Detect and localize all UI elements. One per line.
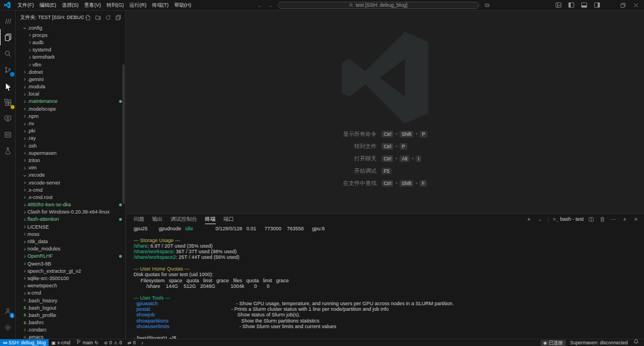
tree-folder-.triton[interactable]: ›.triton [16, 157, 125, 164]
menu-帮助H[interactable]: 帮助(H) [172, 0, 195, 11]
panel-tab-终端[interactable]: 终端 [205, 214, 216, 224]
tree-folder-audb[interactable]: ›audb [16, 39, 125, 46]
menu-文件F[interactable]: 文件(F) [15, 0, 37, 11]
tree-folder-OpenRLHF[interactable]: ›OpenRLHF [16, 253, 125, 260]
forward-button[interactable]: → [268, 0, 273, 11]
menu-转到G[interactable]: 转到(G) [104, 0, 127, 11]
activity-source-control[interactable] [0, 61, 16, 78]
menu-选择S[interactable]: 选择(S) [59, 0, 82, 11]
tree-folder-4850hz-kws-se-dka[interactable]: ›4850hz-kws-se-dka [16, 201, 125, 208]
tree-folder-.modelscope[interactable]: ›.modelscope [16, 105, 125, 112]
toggle-sidebar-icon[interactable] [567, 1, 575, 9]
tree-folder-.vscode-server[interactable]: ›.vscode-server [16, 179, 125, 186]
activity-search[interactable] [0, 45, 16, 61]
tree-folder-x-cmd[interactable]: ›x-cmd [16, 290, 125, 297]
activity-run-debug[interactable] [0, 78, 16, 94]
activity-extensions[interactable] [0, 94, 16, 110]
tree-folder-node_modules[interactable]: ›node_modules [16, 245, 125, 253]
status-notifications[interactable] [631, 339, 642, 346]
tree-folder-.ssh[interactable]: ›.ssh [16, 142, 125, 149]
close-panel-icon[interactable]: × [632, 216, 640, 223]
tree-file-.bashrc[interactable]: $.bashrc [16, 319, 125, 326]
menu-编辑E[interactable]: 编辑(E) [37, 0, 59, 11]
menu-查看V[interactable]: 查看(V) [82, 0, 104, 11]
window-restore-button[interactable] [619, 1, 627, 9]
tree-folder-vllm[interactable]: ›vllm [16, 61, 125, 68]
sidebar-scrollbar[interactable] [122, 64, 125, 204]
activity-explorer[interactable] [0, 29, 16, 45]
command-center-search[interactable]: test [SSH: debug_blog] [278, 2, 479, 9]
status-remote[interactable]: ><SSH: debug_blog [0, 339, 49, 346]
tree-folder-.gemini[interactable]: ›.gemini [16, 75, 125, 83]
tree-folder-procps[interactable]: ›procps [16, 31, 125, 39]
tree-folder-Clash for Windows-0.20.39-x64-linux[interactable]: ›Clash for Windows-0.20.39-x64-linux [16, 208, 125, 216]
panel-tab-端口[interactable]: 端口 [224, 214, 234, 224]
menu-终端T[interactable]: 终端(T) [149, 0, 172, 11]
tree-folder-flash-attention[interactable]: ›flash-attention [16, 216, 125, 223]
status-ports[interactable]: ⇄0 [125, 339, 138, 346]
activity-remote-explorer[interactable] [0, 110, 16, 126]
tree-folder-LICENSE[interactable]: ›LICENSE [16, 223, 125, 230]
tree-file-.bash_logout[interactable]: $.bash_logout [16, 304, 125, 311]
panel-tab-调试控制台[interactable]: 调试控制台 [171, 214, 197, 224]
activity-testing[interactable] [0, 143, 16, 159]
tree-folder-.modula[interactable]: ›.modula [16, 83, 125, 91]
explorer-section-header[interactable]: 文件夹: TEST [SSH: DEBUG_BLOG] [16, 11, 125, 24]
status-connection[interactable]: ◉已连接 [541, 340, 566, 346]
menu-运行R[interactable]: 运行(R) [127, 0, 150, 11]
tree-folder-.ray[interactable]: ›.ray [16, 135, 125, 142]
refresh-icon[interactable] [104, 13, 112, 21]
split-terminal-icon[interactable] [588, 216, 595, 223]
tree-folder-.maintenance[interactable]: ›.maintenance [16, 98, 125, 105]
status-x-cmd[interactable]: ▣x-cmd [49, 339, 73, 346]
tree-folder-speech_extractor_gt_v2[interactable]: ›speech_extractor_gt_v2 [16, 267, 125, 274]
status-supermaven-status[interactable]: Supermaven: disconnected [567, 339, 631, 346]
status-branch[interactable]: main↻ [73, 339, 101, 346]
terminal-tab[interactable]: >_ bash - test [553, 216, 584, 222]
tree-file-.condarc[interactable]: !.condarc [16, 326, 125, 334]
tree-folder-.pki[interactable]: ›.pki [16, 127, 125, 135]
panel-tab-问题[interactable]: 问题 [134, 214, 144, 224]
activity-supermaven[interactable] [0, 13, 16, 29]
toggle-secondary-sidebar-icon[interactable] [593, 1, 601, 9]
new-terminal-icon[interactable]: + [525, 216, 533, 223]
activity-settings[interactable] [0, 319, 16, 335]
activity-containers[interactable] [0, 126, 16, 143]
more-actions-icon[interactable]: ⋯ [610, 216, 617, 223]
new-folder-icon[interactable] [94, 13, 102, 21]
tree-folder-.npm[interactable]: ›.npm [16, 112, 125, 120]
customize-layout-icon[interactable] [555, 1, 562, 9]
tree-folder-Qwen3-8B[interactable]: ›Qwen3-8B [16, 260, 125, 267]
back-button[interactable]: ← [258, 0, 263, 11]
terminal-output[interactable]: gpu25 gpudnode idle 0/128/0/128 0.01 773… [126, 224, 644, 339]
tree-folder-wenetspeech[interactable]: ›wenetspeech [16, 282, 125, 290]
tree-folder-.config[interactable]: ›.config [16, 24, 125, 31]
tree-folder-nltk_data[interactable]: ›nltk_data [16, 238, 125, 245]
tree-file-.bash_profile[interactable]: $.bash_profile [16, 311, 125, 319]
tree-file-.emacs[interactable]: ≡.emacs [16, 334, 125, 339]
activity-accounts[interactable]: 1 [0, 303, 16, 319]
tree-folder-moss[interactable]: ›moss [16, 230, 125, 238]
new-file-icon[interactable] [84, 13, 92, 21]
tree-folder-.vscode[interactable]: ›.vscode [16, 172, 125, 179]
tree-folder-.local[interactable]: ›.local [16, 91, 125, 98]
tree-folder-.x-cmd.root[interactable]: ›.x-cmd.root [16, 193, 125, 201]
tree-folder-.nv[interactable]: ›.nv [16, 120, 125, 127]
tree-folder-.dotnet[interactable]: ›.dotnet [16, 68, 125, 75]
status-misc[interactable]: ♪ [139, 339, 146, 346]
kill-terminal-icon[interactable] [599, 216, 606, 223]
terminal-dropdown-icon[interactable]: ⌄ [537, 216, 544, 223]
tree-folder-termshark[interactable]: ›termshark [16, 54, 125, 61]
toggle-panel-icon[interactable] [580, 1, 588, 9]
copilot-icon[interactable] [484, 1, 491, 9]
status-problems[interactable]: ⊘0⚠0 [101, 339, 125, 346]
tree-folder-.x-cmd[interactable]: ›.x-cmd [16, 186, 125, 193]
window-close-button[interactable] [632, 1, 640, 9]
tree-folder-systemd[interactable]: ›systemd [16, 46, 125, 54]
collapse-all-icon[interactable] [114, 13, 122, 21]
panel-tab-输出[interactable]: 输出 [152, 214, 163, 224]
tree-folder-.vim[interactable]: ›.vim [16, 164, 125, 172]
tree-folder-.supermaven[interactable]: ›.supermaven [16, 149, 125, 157]
tree-folder-sqlite-src-3500100[interactable]: ›sqlite-src-3500100 [16, 274, 125, 282]
tree-file-.bash_history[interactable]: ≡.bash_history [16, 297, 125, 304]
